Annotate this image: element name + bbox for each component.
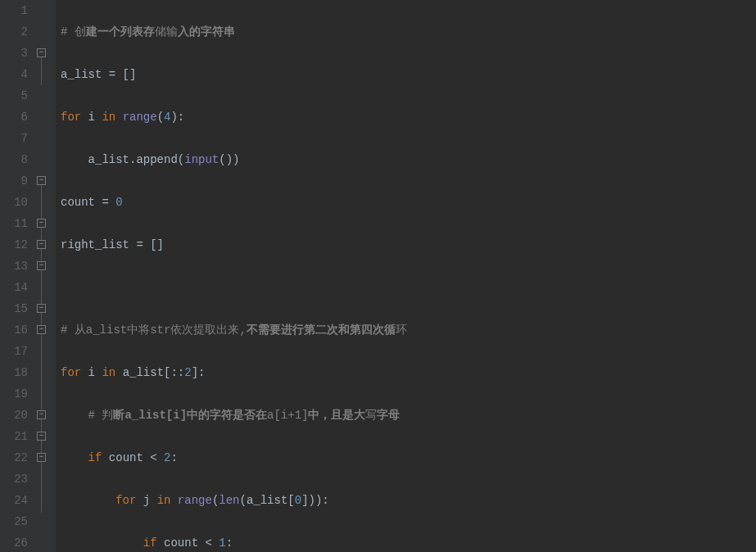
code-line[interactable]: a_list = [] bbox=[61, 64, 756, 85]
code-line[interactable]: if count < 2: bbox=[61, 447, 756, 468]
line-number: 14 bbox=[0, 277, 28, 298]
fold-marker-icon[interactable]: − bbox=[37, 176, 46, 185]
line-number: 13 bbox=[0, 256, 28, 277]
fold-marker-icon[interactable]: − bbox=[37, 48, 46, 57]
line-number: 9 bbox=[0, 170, 28, 192]
fold-marker-icon[interactable]: − bbox=[37, 325, 46, 334]
line-number: 15 bbox=[0, 298, 28, 319]
line-number: 2 bbox=[0, 21, 28, 43]
line-number-gutter: 1 2 3 4 5 6 7 8 9 10 11 12 13 14 15 16 1… bbox=[0, 0, 34, 552]
code-line[interactable]: count = 0 bbox=[61, 192, 756, 213]
line-number: 17 bbox=[0, 341, 28, 362]
fold-gutter: − − − − − − − − − − bbox=[34, 0, 56, 552]
line-number: 5 bbox=[0, 85, 28, 106]
fold-marker-icon[interactable]: − bbox=[37, 453, 46, 462]
code-line[interactable]: for i in range(4): bbox=[61, 106, 756, 128]
line-number: 18 bbox=[0, 362, 28, 383]
fold-marker-icon[interactable]: − bbox=[37, 261, 46, 270]
line-number: 26 bbox=[0, 532, 28, 552]
code-line[interactable]: # 从a_list中将str依次提取出来,不需要进行第二次和第四次循环 bbox=[61, 319, 756, 341]
line-number: 23 bbox=[0, 468, 28, 490]
line-number: 24 bbox=[0, 490, 28, 511]
line-number: 8 bbox=[0, 149, 28, 170]
code-line[interactable]: a_list.append(input()) bbox=[61, 149, 756, 170]
line-number: 19 bbox=[0, 383, 28, 405]
code-editor[interactable]: # 创建一个列表存储输入的字符串 a_list = [] for i in ra… bbox=[56, 0, 756, 552]
line-number: 22 bbox=[0, 447, 28, 468]
line-number: 3 bbox=[0, 43, 28, 64]
line-number: 1 bbox=[0, 0, 28, 21]
fold-marker-icon[interactable]: − bbox=[37, 240, 46, 249]
fold-marker-icon[interactable]: − bbox=[37, 219, 46, 228]
code-line[interactable]: for i in a_list[::2]: bbox=[61, 362, 756, 383]
code-line[interactable]: # 创建一个列表存储输入的字符串 bbox=[61, 21, 756, 43]
code-line[interactable]: for j in range(len(a_list[0])): bbox=[61, 490, 756, 511]
code-line[interactable]: # 判断a_list[i]中的字符是否在a[i+1]中，且是大写字母 bbox=[61, 405, 756, 426]
line-number: 7 bbox=[0, 128, 28, 149]
code-line[interactable]: if count < 1: bbox=[61, 532, 756, 552]
line-number: 16 bbox=[0, 319, 28, 341]
line-number: 20 bbox=[0, 405, 28, 426]
code-line[interactable] bbox=[61, 277, 756, 298]
line-number: 21 bbox=[0, 426, 28, 447]
code-line[interactable]: right_list = [] bbox=[61, 234, 756, 256]
line-number: 12 bbox=[0, 234, 28, 256]
fold-marker-icon[interactable]: − bbox=[37, 304, 46, 313]
line-number: 4 bbox=[0, 64, 28, 85]
fold-marker-icon[interactable]: − bbox=[37, 432, 46, 441]
line-number: 25 bbox=[0, 511, 28, 532]
fold-marker-icon[interactable]: − bbox=[37, 410, 46, 419]
line-number: 6 bbox=[0, 106, 28, 128]
line-number: 11 bbox=[0, 213, 28, 234]
line-number: 10 bbox=[0, 192, 28, 213]
